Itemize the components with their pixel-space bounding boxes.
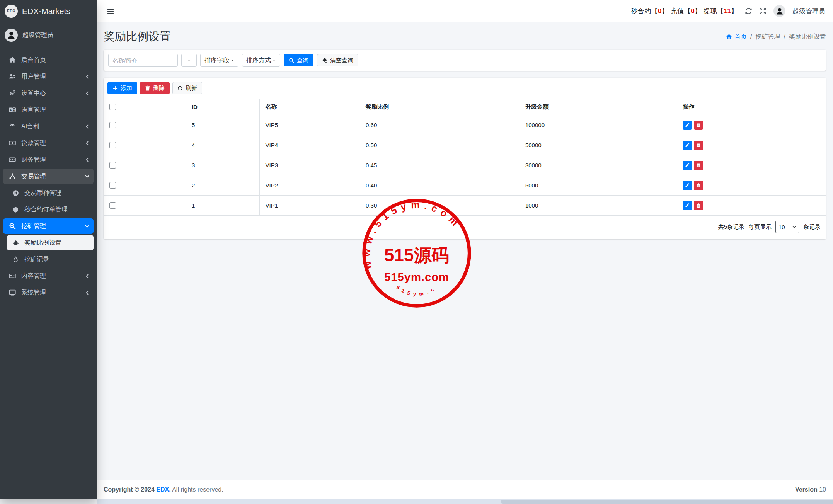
app-root: EDX EDX-Markets 超级管理员 后台首页用户管理设置中心A文语言管理… xyxy=(0,0,833,504)
sidebar-item-10[interactable]: 系统管理 xyxy=(3,285,94,300)
row-checkbox[interactable] xyxy=(109,182,116,189)
sidebar-user-panel[interactable]: 超级管理员 xyxy=(0,22,97,48)
chevron-left-icon xyxy=(85,274,90,279)
sidebar-item-label: 语言管理 xyxy=(21,106,90,114)
sidebar-item-6[interactable]: 财务管理 xyxy=(3,152,94,167)
query-button[interactable]: 查询 xyxy=(284,54,313,66)
menu-toggle-button[interactable] xyxy=(104,5,117,17)
cell-ratio: 0.40 xyxy=(360,175,520,196)
cell-ratio: 0.50 xyxy=(360,135,520,155)
chevron-left-icon xyxy=(85,290,90,295)
topbar-user-name[interactable]: 超级管理员 xyxy=(792,7,825,15)
sidebar-item-1[interactable]: 用户管理 xyxy=(3,69,94,84)
sort-order-select[interactable]: 排序方式 xyxy=(242,54,280,67)
refresh-icon[interactable] xyxy=(745,7,752,15)
trash-icon xyxy=(145,85,150,91)
cell-amount: 1000 xyxy=(520,196,677,216)
delete-button[interactable] xyxy=(694,181,703,190)
cell-name: VIP5 xyxy=(260,115,360,135)
edit-button[interactable] xyxy=(683,161,692,170)
delete-button[interactable] xyxy=(694,121,703,130)
row-checkbox[interactable] xyxy=(109,142,116,148)
cell-name: VIP1 xyxy=(260,196,360,216)
select-all-checkbox[interactable] xyxy=(109,104,116,110)
sort-field-select[interactable]: 排序字段 xyxy=(200,54,238,67)
cell-amount: 50000 xyxy=(520,135,677,155)
cell-name: VIP2 xyxy=(260,175,360,196)
row-checkbox[interactable] xyxy=(109,202,116,209)
search-field-select[interactable] xyxy=(181,54,197,67)
pagination-per-page-label: 每页显示 xyxy=(748,223,772,231)
user-avatar-icon xyxy=(5,29,18,42)
breadcrumb-home-link[interactable]: 首页 xyxy=(726,33,747,41)
cell-amount: 5000 xyxy=(520,175,677,196)
money-bill-icon xyxy=(8,140,17,146)
user-avatar-icon[interactable] xyxy=(773,5,785,17)
sidebar-item-0[interactable]: 后台首页 xyxy=(3,52,94,68)
chevron-left-icon xyxy=(85,141,90,146)
sidebar-subitem-7-0[interactable]: 交易币种管理 xyxy=(7,185,94,201)
sidebar-item-4[interactable]: AI套利 xyxy=(3,119,94,134)
sidebar-subitem-label: 奖励比例设置 xyxy=(24,239,90,247)
sidebar-nav: 后台首页用户管理设置中心A文语言管理AI套利贷款管理财务管理交易管理交易币种管理… xyxy=(0,48,97,300)
delete-button[interactable] xyxy=(694,201,703,210)
sidebar-item-7[interactable]: 交易管理 xyxy=(3,169,94,184)
caret-down-icon xyxy=(230,58,234,62)
sidebar-subitem-8-0[interactable]: 奖励比例设置 xyxy=(7,235,94,250)
sidebar-subitem-label: 交易币种管理 xyxy=(24,189,90,197)
cell-amount: 100000 xyxy=(520,115,677,135)
edit-button[interactable] xyxy=(683,121,692,130)
copyright: Copyright © 2024 EDX. All rights reserve… xyxy=(104,486,223,493)
sidebar-item-9[interactable]: 内容管理 xyxy=(3,268,94,284)
row-checkbox[interactable] xyxy=(109,122,116,128)
fullscreen-icon[interactable] xyxy=(759,7,767,15)
sidebar-subitem-8-1[interactable]: 挖矿记录 xyxy=(7,252,94,267)
data-table: ID名称奖励比例升级金额操作 5VIP50.601000004VIP40.505… xyxy=(104,99,826,216)
top-navbar: 秒合约【0】 充值【0】 提现【11】 超级管理员 xyxy=(97,0,833,22)
refresh-button[interactable]: 刷新 xyxy=(172,82,202,94)
column-header: 奖励比例 xyxy=(360,99,520,115)
home-icon xyxy=(726,34,732,40)
cell-id: 2 xyxy=(186,175,260,196)
sidebar-subitem-7-1[interactable]: 秒合约订单管理 xyxy=(7,202,94,217)
row-checkbox[interactable] xyxy=(109,162,116,169)
brand[interactable]: EDX EDX-Markets xyxy=(0,0,97,22)
sidebar-item-label: 内容管理 xyxy=(21,272,85,280)
users-icon xyxy=(8,73,17,80)
sidebar-item-label: 贷款管理 xyxy=(21,139,85,147)
cell-name: VIP4 xyxy=(260,135,360,155)
sidebar-item-5[interactable]: 贷款管理 xyxy=(3,135,94,151)
table-row: 1VIP10.301000 xyxy=(104,196,826,216)
edit-button[interactable] xyxy=(683,141,692,150)
sidebar-item-8[interactable]: 挖矿管理 xyxy=(3,218,94,234)
plus-icon xyxy=(112,85,118,91)
search-input[interactable] xyxy=(108,54,178,67)
sidebar: EDX EDX-Markets 超级管理员 后台首页用户管理设置中心A文语言管理… xyxy=(0,0,97,499)
clear-query-button[interactable]: 清空查询 xyxy=(317,54,358,66)
scrollbar-thumb[interactable] xyxy=(501,500,833,504)
eraser-icon xyxy=(322,58,327,63)
sidebar-item-3[interactable]: A文语言管理 xyxy=(3,102,94,117)
horizontal-scrollbar[interactable] xyxy=(97,499,833,504)
filter-card: 排序字段 排序方式 查询 清空查询 xyxy=(104,50,826,71)
column-header: 升级金额 xyxy=(520,99,677,115)
chevron-down-icon xyxy=(85,174,90,179)
edit-button[interactable] xyxy=(683,181,692,190)
delete-button[interactable] xyxy=(694,141,703,150)
sitemap-icon xyxy=(8,173,17,180)
sidebar-item-2[interactable]: 设置中心 xyxy=(3,85,94,101)
sidebar-item-label: 交易管理 xyxy=(21,172,85,180)
select-all-header xyxy=(104,99,186,115)
delete-button[interactable]: 删除 xyxy=(140,82,170,94)
notification-stats[interactable]: 秒合约【0】 充值【0】 提现【11】 xyxy=(631,7,738,15)
table-row: 5VIP50.60100000 xyxy=(104,115,826,135)
breadcrumb: 首页 / 挖矿管理 / 奖励比例设置 xyxy=(726,33,826,41)
per-page-select[interactable]: 10 xyxy=(775,221,799,233)
edit-button[interactable] xyxy=(683,201,692,210)
topbar-right: 秒合约【0】 充值【0】 提现【11】 超级管理员 xyxy=(631,5,825,17)
delete-button[interactable] xyxy=(694,161,703,170)
newspaper-icon xyxy=(8,272,17,279)
add-button[interactable]: 添加 xyxy=(107,82,137,94)
footer-brand-link[interactable]: EDX. xyxy=(156,486,170,493)
sidebar-user-name: 超级管理员 xyxy=(22,31,53,39)
